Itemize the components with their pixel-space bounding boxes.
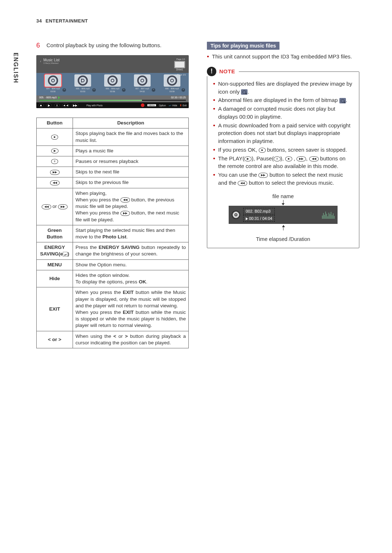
description-cell: Press the ENERGY SAVING button repeatedl… — [73, 242, 189, 259]
tile-duration: 04:02 — [140, 90, 145, 93]
pause-button-icon: II — [54, 103, 60, 107]
tile-label: 004. - B04.mp3 — [46, 87, 60, 90]
description-cell: Hides the option window.To display the o… — [73, 270, 189, 287]
note-bullet: A damaged or corrupted music does not pl… — [213, 105, 353, 121]
description-cell: Start playing the selected music files a… — [73, 225, 189, 242]
player-time: 00:31 / 04:04 — [243, 215, 275, 222]
button-cell: Green Button — [37, 225, 73, 242]
page: 34 ENTERTAINMENT ENGLISH 6 Control playb… — [0, 0, 392, 553]
table-row: ▶Plays a music file — [37, 146, 189, 156]
mock-tile: ˅005. - B05.mp303:53 — [69, 74, 97, 93]
tile-duration: 03:59 — [170, 90, 175, 93]
thumbnail-icon — [339, 98, 346, 103]
button-cell: EXIT — [37, 287, 73, 331]
button-oval-icon: ▶▶ — [50, 170, 60, 175]
note-label: ! NOTE — [207, 67, 239, 76]
pointer-arrow-icon — [283, 200, 283, 205]
next-button-icon: ▶▶ — [72, 103, 78, 107]
description-cell: Pauses or resumes playback — [73, 156, 189, 167]
hide-group: ⮐Hide — [169, 104, 177, 107]
description-cell: When playing,When you press the ◀◀ butto… — [73, 188, 189, 225]
time-caption: Time elapsed /Duration — [256, 236, 310, 242]
button-cell: ◀◀ — [37, 177, 73, 188]
note-bullet: A music downloaded from a paid service w… — [213, 122, 353, 145]
leaf-icon — [63, 252, 68, 257]
pointer-arrow-icon — [283, 225, 283, 230]
button-oval-icon: ◀◀ — [309, 156, 319, 161]
page-header: 34 ENTERTAINMENT — [36, 18, 370, 24]
two-column-layout: 6 Control playback by using the followin… — [36, 42, 370, 348]
note-bullet: If you press OK, ■ buttons, screen saver… — [213, 146, 353, 154]
button-oval-icon: II — [51, 159, 58, 164]
mock-title: Music List — [44, 58, 60, 62]
chevron-down-icon: ˅ — [122, 88, 126, 92]
step-number: 6 — [36, 42, 43, 49]
table-row: ◀◀Skips to the previous file — [37, 177, 189, 188]
button-oval-icon: ■ — [285, 156, 292, 161]
description-cell: Skips to the previous file — [73, 177, 189, 188]
description-cell: When using the < or > button during play… — [73, 331, 189, 348]
note-bullet: Non-supported files are displayed the pr… — [213, 80, 353, 96]
note-bullet: You can use the ▶▶ button to select the … — [213, 171, 353, 187]
player-strip: 002. B02.mp3 00:31 / 04:04 — [229, 206, 338, 224]
note-bullet: The PLAY(▶), Pause(II), ■ , ▶▶, ◀◀ butto… — [213, 155, 353, 171]
left-column: 6 Control playback by using the followin… — [36, 42, 189, 348]
description-cell: Show the Option menu. — [73, 259, 189, 270]
disc-icon — [48, 75, 58, 86]
tile-label: 008. - B08.mp3 — [165, 87, 179, 90]
mock-bottom-bar: ■ ▶ II ◄◄ ▶▶ Play with Photo MENU Option… — [36, 102, 189, 108]
table-row: ENERGY SAVING(e)Press the ENERGY SAVING … — [37, 242, 189, 259]
table-row: < or >When using the < or > button durin… — [37, 331, 189, 348]
disc-icon — [78, 75, 88, 86]
note-icon: ! — [207, 67, 216, 76]
play-icon — [246, 217, 248, 220]
step-text: Control playback by using the following … — [46, 42, 189, 49]
language-tab: ENGLISH — [11, 47, 25, 156]
button-oval-icon: ◀◀ — [238, 181, 247, 186]
table-row: HideHides the option window.To display t… — [37, 270, 189, 287]
player-track-name: 002. B02.mp3 — [243, 208, 275, 214]
button-description-table: Button Description ■Stops playing back t… — [36, 118, 189, 348]
player-illustration: file name 002. B02.mp3 00:31 / 04:04 — [213, 193, 353, 242]
disc-icon — [137, 75, 147, 86]
mock-tile: ˅007. - B07.mp304:02 — [128, 74, 156, 93]
language-label: ENGLISH — [12, 53, 19, 83]
mock-tile: ˅004. - B04.mp303:50 — [39, 74, 67, 93]
tile-box: ˅ — [134, 74, 151, 87]
button-oval-icon: ◀◀ — [50, 180, 60, 185]
table-row: MENUShow the Option menu. — [37, 259, 189, 270]
mock-subtitle: 3 file(s) Marked — [44, 62, 60, 64]
tile-box: ˅ — [104, 74, 121, 87]
button-oval-icon: II — [274, 156, 280, 161]
mock-tile: ˅008. - B08.mp303:59 — [158, 74, 186, 93]
chevron-down-icon: ˅ — [181, 88, 185, 92]
button-oval-icon: ■ — [51, 135, 58, 140]
tile-box: ˅ — [45, 74, 61, 87]
table-head-description: Description — [73, 118, 189, 128]
mock-body: Page 1/1 ˅004. - B04.mp303:50˅005. - B05… — [36, 73, 189, 95]
note-box: ! NOTE Non-supported files are displayed… — [207, 71, 359, 248]
mock-header: ♪ Music List 3 file(s) Marked Page 1/1 D… — [36, 55, 189, 73]
mock-playbar: 005. - B05.mp3 02:30 / 03:25 — [36, 95, 189, 102]
tips-list: This unit cannot support the ID3 Tag emb… — [207, 53, 359, 61]
description-cell: When you press the EXIT button while the… — [73, 287, 189, 331]
mock-page-top: Page 1/1 — [174, 58, 185, 60]
button-cell: II — [37, 156, 73, 167]
button-cell: < or > — [37, 331, 73, 348]
button-oval-icon: ◀◀ — [121, 197, 130, 202]
equalizer-icon — [278, 211, 335, 219]
chevron-down-icon: ˅ — [92, 88, 96, 92]
play-button-icon: ▶ — [46, 103, 52, 107]
disc-icon — [167, 75, 177, 86]
mock-tile: ˅006. - B06.mp303:56 — [99, 74, 126, 93]
section-title: ENTERTAINMENT — [45, 18, 88, 24]
button-oval-icon: ▶▶ — [297, 156, 306, 161]
table-head-button: Button — [37, 118, 73, 128]
note-text: NOTE — [219, 68, 235, 74]
drive-label: Drive1 — [176, 68, 183, 71]
prev-button-icon: ◄◄ — [62, 103, 69, 107]
button-oval-icon: ▶ — [51, 148, 58, 153]
table-row: ◀◀ or ▶▶When playing,When you press the … — [37, 188, 189, 225]
tile-label: 007. - B07.mp3 — [135, 87, 149, 90]
tile-label: 006. - B06.mp3 — [106, 87, 119, 90]
